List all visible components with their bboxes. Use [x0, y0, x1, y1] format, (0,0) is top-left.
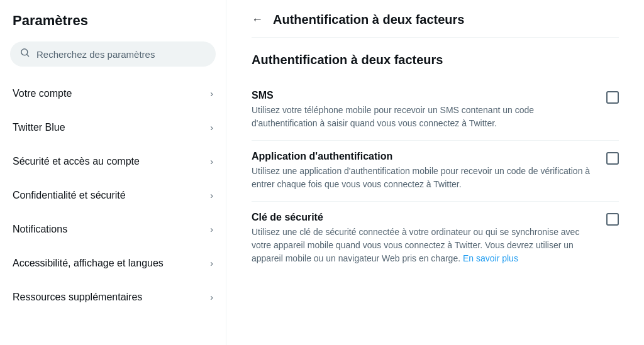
sidebar-item-label-notifications: Notifications: [13, 224, 67, 235]
chevron-right-icon: ›: [210, 190, 213, 200]
option-item-security-key: Clé de sécurité Utilisez une clé de sécu…: [252, 202, 619, 275]
sidebar-item-votre-compte[interactable]: Votre compte ›: [0, 77, 226, 111]
option-title-sms: SMS: [252, 90, 594, 101]
sidebar-item-ressources[interactable]: Ressources supplémentaires ›: [0, 280, 226, 314]
sidebar-item-twitter-blue[interactable]: Twitter Blue ›: [0, 111, 226, 145]
option-item-sms: SMS Utilisez votre téléphone mobile pour…: [252, 80, 619, 141]
option-text-sms: SMS Utilisez votre téléphone mobile pour…: [252, 90, 594, 130]
page-header-title: Authentification à deux facteurs: [273, 13, 465, 27]
sidebar-item-accessibilite[interactable]: Accessibilité, affichage et langues ›: [0, 246, 226, 280]
chevron-right-icon: ›: [210, 258, 213, 268]
sidebar-item-label-twitter-blue: Twitter Blue: [13, 122, 65, 133]
option-text-security-key: Clé de sécurité Utilisez une clé de sécu…: [252, 212, 594, 265]
search-box[interactable]: Recherchez des paramètres: [10, 41, 216, 67]
sidebar: Paramètres Recherchez des paramètres Vot…: [0, 0, 226, 345]
sidebar-item-label-votre-compte: Votre compte: [13, 88, 72, 99]
sidebar-item-label-securite: Sécurité et accès au compte: [13, 156, 140, 167]
checkbox-app-auth[interactable]: [606, 152, 619, 165]
option-desc-security-key: Utilisez une clé de sécurité connectée à…: [252, 226, 594, 265]
sidebar-item-securite[interactable]: Sécurité et accès au compte ›: [0, 145, 226, 178]
chevron-right-icon: ›: [210, 292, 213, 302]
chevron-right-icon: ›: [210, 224, 213, 234]
sidebar-nav: Votre compte › Twitter Blue › Sécurité e…: [0, 77, 226, 314]
option-desc-app-auth: Utilisez une application d'authentificat…: [252, 165, 594, 191]
option-title-security-key: Clé de sécurité: [252, 212, 594, 223]
option-text-app-auth: Application d'authentification Utilisez …: [252, 151, 594, 191]
option-item-app-auth: Application d'authentification Utilisez …: [252, 141, 619, 202]
back-button[interactable]: ←: [252, 13, 263, 26]
checkbox-wrapper-app-auth[interactable]: [606, 152, 619, 165]
options-list: SMS Utilisez votre téléphone mobile pour…: [252, 80, 619, 275]
sidebar-item-label-ressources: Ressources supplémentaires: [13, 292, 142, 303]
option-desc-sms: Utilisez votre téléphone mobile pour rec…: [252, 104, 594, 130]
checkbox-sms[interactable]: [606, 91, 619, 104]
sidebar-item-label-confidentialite: Confidentialité et sécurité: [13, 190, 126, 201]
chevron-right-icon: ›: [210, 156, 213, 167]
main-content: ← Authentification à deux facteurs Authe…: [226, 0, 644, 345]
sidebar-title: Paramètres: [0, 13, 226, 41]
search-icon: [20, 48, 30, 60]
option-title-app-auth: Application d'authentification: [252, 151, 594, 162]
page-header: ← Authentification à deux facteurs: [252, 0, 619, 38]
chevron-right-icon: ›: [210, 89, 213, 99]
checkbox-security-key[interactable]: [606, 213, 619, 226]
search-placeholder: Recherchez des paramètres: [36, 49, 155, 60]
sidebar-item-notifications[interactable]: Notifications ›: [0, 212, 226, 246]
chevron-right-icon: ›: [210, 123, 213, 133]
search-wrapper[interactable]: Recherchez des paramètres: [0, 41, 226, 77]
learn-more-link[interactable]: En savoir plus: [463, 253, 518, 263]
checkbox-wrapper-sms[interactable]: [606, 91, 619, 104]
checkbox-wrapper-security-key[interactable]: [606, 213, 619, 226]
sidebar-item-label-accessibilite: Accessibilité, affichage et langues: [13, 258, 164, 269]
sidebar-item-confidentialite[interactable]: Confidentialité et sécurité ›: [0, 178, 226, 212]
section-title: Authentification à deux facteurs: [252, 53, 619, 67]
